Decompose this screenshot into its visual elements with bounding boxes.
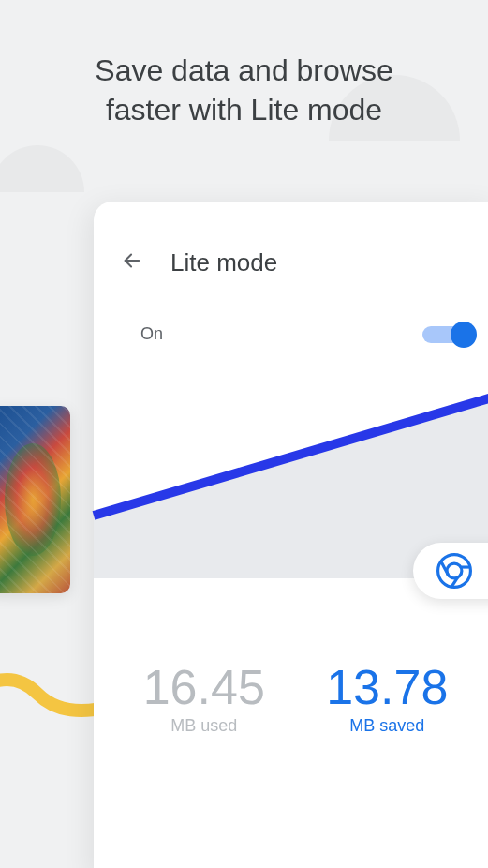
- stat-saved-label: MB saved: [326, 716, 448, 736]
- toggle-knob: [451, 322, 477, 348]
- promo-headline: Save data and browse faster with Lite mo…: [0, 52, 488, 129]
- stat-used-label: MB used: [143, 716, 265, 736]
- back-arrow-icon[interactable]: [122, 250, 142, 277]
- chrome-icon: [436, 553, 472, 589]
- chrome-chip: [413, 543, 488, 599]
- cloud-decoration-left: [0, 145, 84, 192]
- headline-line-1: Save data and browse: [95, 53, 392, 87]
- toggle-label: On: [140, 324, 163, 344]
- lite-mode-card: Lite mode On 16.45 MB used 13.78 M: [94, 202, 488, 868]
- headline-line-2: faster with Lite mode: [106, 93, 382, 127]
- toggle-row: On: [94, 277, 488, 344]
- card-header: Lite mode: [94, 248, 488, 277]
- svg-point-2: [447, 563, 462, 578]
- stat-saved-value: 13.78: [326, 663, 448, 711]
- decorative-art-thumbnail: [0, 406, 70, 593]
- card-title: Lite mode: [170, 248, 277, 277]
- stat-saved: 13.78 MB saved: [326, 663, 448, 736]
- stat-used-value: 16.45: [143, 663, 265, 711]
- lite-mode-toggle[interactable]: [422, 326, 469, 343]
- data-usage-chart: [94, 391, 488, 578]
- data-stats-row: 16.45 MB used 13.78 MB saved: [94, 578, 488, 736]
- stat-used: 16.45 MB used: [143, 663, 265, 736]
